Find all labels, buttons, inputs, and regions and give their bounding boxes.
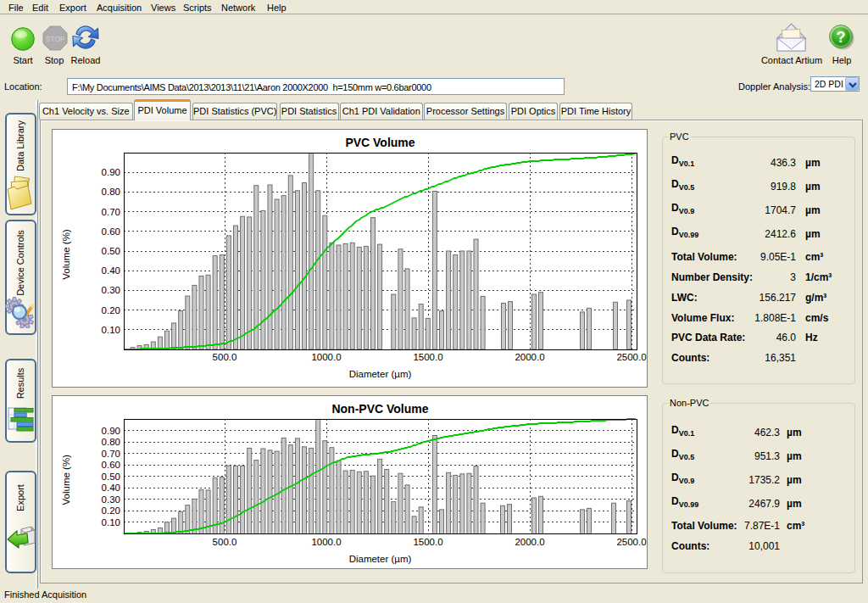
svg-text:0.90: 0.90 bbox=[102, 167, 120, 177]
svg-text:0.60: 0.60 bbox=[102, 460, 120, 470]
svg-text:500.0: 500.0 bbox=[213, 352, 237, 362]
svg-text:0.70: 0.70 bbox=[102, 207, 120, 217]
svg-text:Volume (%): Volume (%) bbox=[61, 229, 71, 280]
svg-text:500.0: 500.0 bbox=[213, 537, 237, 547]
svg-text:Diameter (µm): Diameter (µm) bbox=[349, 554, 412, 564]
svg-text:Volume (%): Volume (%) bbox=[61, 455, 71, 505]
svg-text:2500.0: 2500.0 bbox=[616, 352, 646, 362]
svg-text:0.40: 0.40 bbox=[102, 483, 120, 493]
svg-text:0.70: 0.70 bbox=[102, 449, 120, 459]
svg-text:2000.0: 2000.0 bbox=[515, 537, 544, 547]
svg-text:0.60: 0.60 bbox=[102, 226, 120, 237]
svg-text:1000.0: 1000.0 bbox=[311, 352, 341, 362]
svg-text:STOP: STOP bbox=[46, 35, 65, 43]
svg-text:1500.0: 1500.0 bbox=[413, 352, 442, 362]
svg-text:0.10: 0.10 bbox=[102, 325, 120, 335]
svg-text:0.20: 0.20 bbox=[102, 305, 120, 315]
svg-text:0.10: 0.10 bbox=[102, 517, 120, 528]
svg-text:Diameter (µm): Diameter (µm) bbox=[349, 369, 412, 379]
svg-text:0.20: 0.20 bbox=[102, 505, 120, 516]
svg-text:?: ? bbox=[837, 29, 846, 46]
svg-text:0.90: 0.90 bbox=[102, 426, 120, 436]
svg-text:0.50: 0.50 bbox=[102, 472, 120, 482]
svg-text:0.30: 0.30 bbox=[102, 285, 120, 295]
svg-text:2500.0: 2500.0 bbox=[616, 537, 646, 547]
svg-text:1000.0: 1000.0 bbox=[311, 537, 341, 547]
svg-text:0.50: 0.50 bbox=[102, 246, 120, 256]
svg-text:0.80: 0.80 bbox=[102, 437, 120, 447]
svg-text:2000.0: 2000.0 bbox=[515, 352, 544, 362]
svg-text:1500.0: 1500.0 bbox=[413, 537, 442, 547]
svg-text:0.30: 0.30 bbox=[102, 494, 120, 505]
svg-text:Non-PVC Volume: Non-PVC Volume bbox=[331, 402, 428, 416]
svg-text:PVC Volume: PVC Volume bbox=[345, 136, 415, 149]
svg-text:0.80: 0.80 bbox=[102, 187, 120, 197]
svg-text:0.40: 0.40 bbox=[102, 265, 120, 276]
